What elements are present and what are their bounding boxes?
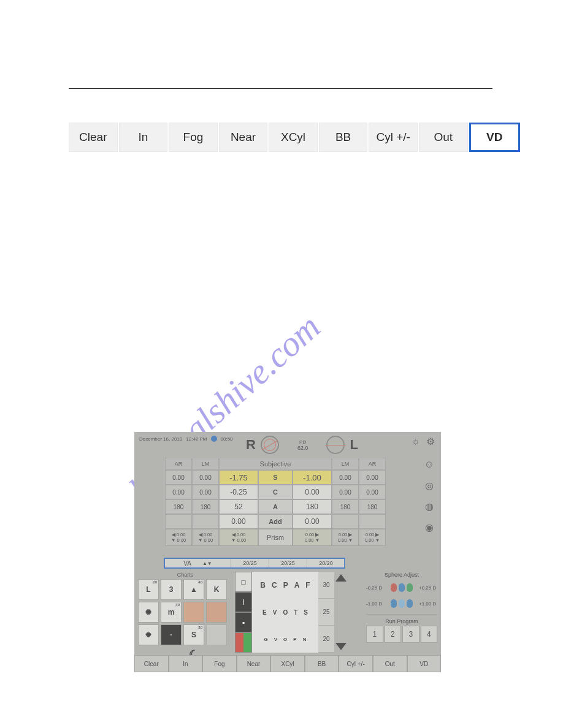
s-lm-r: 0.00 bbox=[192, 470, 219, 485]
chart-sunburst[interactable]: ✹ bbox=[138, 624, 159, 645]
letter-chart[interactable]: B C P A F E V O T S G V O P bbox=[252, 572, 318, 653]
app-mode-bb[interactable]: BB bbox=[305, 655, 339, 672]
app-mode-cylpm[interactable]: Cyl +/- bbox=[339, 655, 373, 672]
sphere-icons-025[interactable] bbox=[385, 583, 419, 592]
a-l[interactable]: 180 bbox=[293, 499, 332, 514]
app-mode-clear[interactable]: Clear bbox=[134, 655, 169, 672]
va-row[interactable]: VA▲▼ 20/25 20/25 20/20 bbox=[164, 558, 345, 569]
app-mode-vd[interactable]: VD bbox=[407, 655, 442, 672]
mode-bb[interactable]: BB bbox=[319, 123, 368, 152]
mode-fog[interactable]: Fog bbox=[169, 123, 218, 152]
arrow-up-icon[interactable] bbox=[335, 574, 347, 582]
timer-icon bbox=[211, 436, 217, 442]
disc-icon[interactable]: ◉ bbox=[424, 521, 435, 533]
chart-m[interactable]: m40 bbox=[161, 602, 182, 623]
col-ar-l[interactable]: AR bbox=[359, 458, 386, 470]
mode-vd[interactable]: VD bbox=[469, 123, 521, 152]
hatch-icon[interactable]: ◍ bbox=[424, 501, 435, 512]
app-mode-out[interactable]: Out bbox=[373, 655, 407, 672]
prism-ar-l: 0.00 ▶ 0.00 ▼ bbox=[359, 529, 386, 546]
chart-patch[interactable] bbox=[206, 602, 227, 623]
add-r[interactable]: 0.00 bbox=[219, 514, 258, 529]
add-l[interactable]: 0.00 bbox=[293, 514, 332, 529]
s-l[interactable]: -1.00 bbox=[293, 470, 332, 485]
sphere-plus-100[interactable]: +1.00 D bbox=[419, 601, 437, 607]
c-r[interactable]: -0.25 bbox=[219, 485, 258, 499]
c-l[interactable]: 0.00 bbox=[293, 485, 332, 499]
charts-panel: Charts L20 3 ▲40 K ✺ m40 ✹ ∙ S30 ☾ … bbox=[138, 572, 232, 661]
a-lm-r: 180 bbox=[192, 499, 219, 514]
chart-K[interactable]: K bbox=[206, 579, 227, 600]
mode-clear[interactable]: Clear bbox=[69, 123, 118, 152]
run-4[interactable]: 4 bbox=[421, 626, 438, 643]
app-mode-near[interactable]: Near bbox=[237, 655, 271, 672]
run-3[interactable]: 3 bbox=[402, 626, 419, 643]
s-ar-l: 0.00 bbox=[359, 470, 386, 485]
chart-dark[interactable]: ∙ bbox=[161, 624, 182, 645]
chart-face[interactable] bbox=[183, 602, 204, 623]
run-1[interactable]: 1 bbox=[366, 626, 383, 643]
status-timer: 00:50 bbox=[221, 436, 233, 442]
chart-S[interactable]: S30 bbox=[183, 624, 204, 645]
pd-label: PD bbox=[297, 439, 308, 445]
letter-sizes: 30 25 20 bbox=[318, 572, 334, 653]
a-label: A bbox=[258, 499, 293, 514]
pd-block[interactable]: PD 62.0 bbox=[297, 439, 308, 451]
app-mode-fog[interactable]: Fog bbox=[202, 655, 237, 672]
col-subjective[interactable]: Subjective bbox=[219, 458, 332, 470]
prism-ar-r: ◀ 0.00 ▼ 0.00 bbox=[165, 529, 192, 546]
gear-icon[interactable]: ⚙ bbox=[426, 436, 435, 447]
tile-black-i[interactable]: I bbox=[235, 592, 252, 612]
prism-r[interactable]: ◀ 0.00 ▼ 0.00 bbox=[219, 529, 258, 546]
run-program-title: Run Program bbox=[366, 618, 437, 624]
chart-burst[interactable]: ✺ bbox=[138, 602, 159, 623]
row-prism: ◀ 0.00 ▼ 0.00 ◀ 0.00 ▼ 0.00 ◀ 0.00 ▼ 0.0… bbox=[165, 529, 410, 546]
measurement-table: AR LM Subjective LM AR 0.00 0.00 -1.75 S… bbox=[165, 458, 410, 546]
sphere-divider bbox=[366, 614, 437, 615]
sphere-row-100: -1.00 D +1.00 D bbox=[366, 596, 437, 612]
sphere-minus-025[interactable]: -0.25 D bbox=[366, 585, 385, 591]
mode-in[interactable]: In bbox=[119, 123, 168, 152]
va-label: VA▲▼ bbox=[165, 559, 231, 567]
target-icon[interactable]: ◎ bbox=[424, 480, 435, 491]
chart-tree[interactable]: ▲40 bbox=[183, 579, 204, 600]
sphere-title: Sphere Adjust bbox=[366, 572, 437, 578]
a-r[interactable]: 52 bbox=[219, 499, 258, 514]
sphere-plus-025[interactable]: +0.25 D bbox=[419, 585, 437, 591]
row-c: 0.00 0.00 -0.25 C 0.00 0.00 0.00 bbox=[165, 485, 410, 499]
mode-near[interactable]: Near bbox=[219, 123, 268, 152]
row-add: 0.00 Add 0.00 bbox=[165, 514, 410, 529]
app-mode-in[interactable]: In bbox=[169, 655, 203, 672]
a-lm-l: 180 bbox=[332, 499, 359, 514]
right-lens-icon[interactable] bbox=[261, 436, 279, 454]
mode-out[interactable]: Out bbox=[419, 123, 468, 152]
add-lm-r bbox=[192, 514, 219, 529]
left-lens-icon[interactable] bbox=[326, 436, 345, 454]
tile-white-square[interactable]: □ bbox=[235, 572, 252, 592]
chart-L[interactable]: L20 bbox=[138, 579, 159, 600]
chart-3[interactable]: 3 bbox=[161, 579, 182, 600]
mode-cylpm[interactable]: Cyl +/- bbox=[369, 123, 418, 152]
run-2[interactable]: 2 bbox=[385, 626, 402, 643]
prism-l[interactable]: 0.00 ▶ 0.00 ▼ bbox=[293, 529, 332, 546]
run-program-row: 1 2 3 4 bbox=[366, 626, 437, 643]
app-mode-xcyl[interactable]: XCyl bbox=[270, 655, 305, 672]
tile-red-green[interactable] bbox=[235, 632, 252, 653]
arrow-down-icon[interactable] bbox=[335, 643, 347, 650]
col-lm-r[interactable]: LM bbox=[192, 458, 219, 470]
pd-value: 62.0 bbox=[297, 445, 308, 451]
letters-row-30: B C P A F bbox=[252, 572, 318, 599]
sphere-icons-100[interactable] bbox=[385, 599, 419, 608]
mode-xcyl[interactable]: XCyl bbox=[269, 123, 318, 152]
add-ar-r bbox=[165, 514, 192, 529]
c-lm-l: 0.00 bbox=[332, 485, 359, 499]
brightness-icon[interactable]: ☼ bbox=[411, 436, 420, 447]
tile-black-dot[interactable]: ▪ bbox=[235, 612, 252, 632]
face-icon[interactable]: ☺ bbox=[424, 459, 435, 470]
s-r[interactable]: -1.75 bbox=[219, 470, 258, 485]
sphere-minus-100[interactable]: -1.00 D bbox=[366, 601, 385, 607]
col-ar-r[interactable]: AR bbox=[165, 458, 192, 470]
prism-lm-r: ◀ 0.00 ▼ 0.00 bbox=[192, 529, 219, 546]
chart-empty bbox=[206, 624, 227, 645]
col-lm-l[interactable]: LM bbox=[332, 458, 359, 470]
